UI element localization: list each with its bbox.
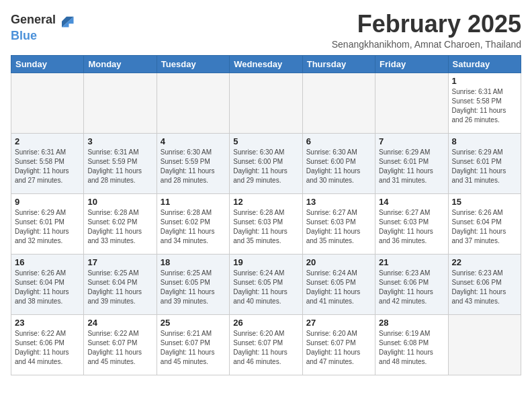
calendar-cell: 13Sunrise: 6:27 AM Sunset: 6:03 PM Dayli…: [302, 193, 375, 254]
logo-icon: [57, 11, 76, 30]
day-info: Sunrise: 6:20 AM Sunset: 6:07 PM Dayligh…: [233, 329, 298, 367]
day-number: 11: [161, 197, 226, 207]
weekday-header-friday: Friday: [375, 55, 448, 73]
calendar-cell: 18Sunrise: 6:25 AM Sunset: 6:05 PM Dayli…: [157, 254, 229, 314]
day-info: Sunrise: 6:24 AM Sunset: 6:05 PM Dayligh…: [306, 269, 371, 306]
weekday-header-thursday: Thursday: [302, 55, 375, 73]
day-number: 7: [379, 136, 444, 146]
day-info: Sunrise: 6:19 AM Sunset: 6:08 PM Dayligh…: [379, 329, 444, 367]
logo-text: General: [11, 13, 56, 27]
calendar-cell: 23Sunrise: 6:22 AM Sunset: 6:06 PM Dayli…: [11, 314, 84, 375]
day-info: Sunrise: 6:31 AM Sunset: 5:58 PM Dayligh…: [452, 87, 517, 125]
calendar-week-row: 16Sunrise: 6:26 AM Sunset: 6:04 PM Dayli…: [11, 254, 521, 314]
calendar-cell: 6Sunrise: 6:30 AM Sunset: 6:00 PM Daylig…: [302, 133, 375, 193]
day-info: Sunrise: 6:31 AM Sunset: 5:59 PM Dayligh…: [87, 148, 152, 185]
weekday-header-tuesday: Tuesday: [157, 55, 229, 73]
day-number: 8: [452, 136, 517, 146]
calendar-cell: 28Sunrise: 6:19 AM Sunset: 6:08 PM Dayli…: [375, 314, 448, 375]
day-number: 27: [306, 318, 371, 328]
calendar-cell: 2Sunrise: 6:31 AM Sunset: 5:58 PM Daylig…: [11, 133, 84, 193]
day-number: 18: [161, 257, 226, 267]
day-number: 14: [379, 197, 444, 207]
weekday-header-monday: Monday: [84, 55, 157, 73]
title-block: February 2025 Senangkhanikhom, Amnat Cha…: [332, 11, 521, 50]
weekday-header-wednesday: Wednesday: [230, 55, 302, 73]
calendar-cell: 10Sunrise: 6:28 AM Sunset: 6:02 PM Dayli…: [84, 193, 157, 254]
calendar-cell: 3Sunrise: 6:31 AM Sunset: 5:59 PM Daylig…: [84, 133, 157, 193]
day-info: Sunrise: 6:30 AM Sunset: 5:59 PM Dayligh…: [161, 148, 226, 185]
calendar-cell: 4Sunrise: 6:30 AM Sunset: 5:59 PM Daylig…: [157, 133, 229, 193]
day-number: 12: [233, 197, 298, 207]
calendar-cell: 19Sunrise: 6:24 AM Sunset: 6:05 PM Dayli…: [230, 254, 302, 314]
day-info: Sunrise: 6:26 AM Sunset: 6:04 PM Dayligh…: [452, 208, 517, 246]
day-info: Sunrise: 6:20 AM Sunset: 6:07 PM Dayligh…: [306, 329, 371, 367]
calendar-cell: 27Sunrise: 6:20 AM Sunset: 6:07 PM Dayli…: [302, 314, 375, 375]
weekday-header-saturday: Saturday: [448, 55, 521, 73]
location-subtitle: Senangkhanikhom, Amnat Charoen, Thailand: [332, 39, 521, 50]
day-info: Sunrise: 6:25 AM Sunset: 6:05 PM Dayligh…: [161, 269, 226, 306]
day-number: 3: [87, 136, 152, 146]
day-info: Sunrise: 6:30 AM Sunset: 6:00 PM Dayligh…: [306, 148, 371, 185]
day-info: Sunrise: 6:28 AM Sunset: 6:02 PM Dayligh…: [161, 208, 226, 246]
calendar-cell: 14Sunrise: 6:27 AM Sunset: 6:03 PM Dayli…: [375, 193, 448, 254]
day-number: 23: [15, 318, 80, 328]
calendar-cell: 5Sunrise: 6:30 AM Sunset: 6:00 PM Daylig…: [230, 133, 302, 193]
calendar-cell: 22Sunrise: 6:23 AM Sunset: 6:06 PM Dayli…: [448, 254, 521, 314]
day-number: 9: [15, 197, 80, 207]
day-number: 20: [306, 257, 371, 267]
logo-blue-text: Blue: [11, 30, 76, 43]
calendar-cell: 8Sunrise: 6:29 AM Sunset: 6:01 PM Daylig…: [448, 133, 521, 193]
calendar-cell: 9Sunrise: 6:29 AM Sunset: 6:01 PM Daylig…: [11, 193, 84, 254]
day-number: 15: [452, 197, 517, 207]
day-info: Sunrise: 6:29 AM Sunset: 6:01 PM Dayligh…: [379, 148, 444, 185]
day-number: 13: [306, 197, 371, 207]
day-info: Sunrise: 6:23 AM Sunset: 6:06 PM Dayligh…: [379, 269, 444, 306]
calendar-table: SundayMondayTuesdayWednesdayThursdayFrid…: [11, 55, 521, 375]
calendar-cell: 20Sunrise: 6:24 AM Sunset: 6:05 PM Dayli…: [302, 254, 375, 314]
day-info: Sunrise: 6:31 AM Sunset: 5:58 PM Dayligh…: [15, 148, 80, 185]
calendar-cell: [230, 73, 302, 133]
calendar-week-row: 2Sunrise: 6:31 AM Sunset: 5:58 PM Daylig…: [11, 133, 521, 193]
day-number: 19: [233, 257, 298, 267]
day-info: Sunrise: 6:28 AM Sunset: 6:03 PM Dayligh…: [233, 208, 298, 246]
calendar-cell: 25Sunrise: 6:21 AM Sunset: 6:07 PM Dayli…: [157, 314, 229, 375]
day-info: Sunrise: 6:25 AM Sunset: 6:04 PM Dayligh…: [87, 269, 152, 306]
calendar-cell: 16Sunrise: 6:26 AM Sunset: 6:04 PM Dayli…: [11, 254, 84, 314]
day-info: Sunrise: 6:29 AM Sunset: 6:01 PM Dayligh…: [15, 208, 80, 246]
header: General Blue February 2025 Senangkhanikh…: [11, 11, 521, 50]
calendar-week-row: 9Sunrise: 6:29 AM Sunset: 6:01 PM Daylig…: [11, 193, 521, 254]
day-number: 17: [87, 257, 152, 267]
day-number: 2: [15, 136, 80, 146]
weekday-header-sunday: Sunday: [11, 55, 84, 73]
calendar-week-row: 23Sunrise: 6:22 AM Sunset: 6:06 PM Dayli…: [11, 314, 521, 375]
calendar-week-row: 1Sunrise: 6:31 AM Sunset: 5:58 PM Daylig…: [11, 73, 521, 133]
day-number: 1: [452, 76, 517, 86]
month-title: February 2025: [332, 11, 521, 38]
day-info: Sunrise: 6:23 AM Sunset: 6:06 PM Dayligh…: [452, 269, 517, 306]
logo: General Blue: [11, 11, 76, 43]
calendar-cell: 7Sunrise: 6:29 AM Sunset: 6:01 PM Daylig…: [375, 133, 448, 193]
day-info: Sunrise: 6:29 AM Sunset: 6:01 PM Dayligh…: [452, 148, 517, 185]
calendar-cell: [84, 73, 157, 133]
calendar-cell: 15Sunrise: 6:26 AM Sunset: 6:04 PM Dayli…: [448, 193, 521, 254]
day-info: Sunrise: 6:30 AM Sunset: 6:00 PM Dayligh…: [233, 148, 298, 185]
day-number: 21: [379, 257, 444, 267]
calendar-cell: 12Sunrise: 6:28 AM Sunset: 6:03 PM Dayli…: [230, 193, 302, 254]
calendar-cell: [375, 73, 448, 133]
day-info: Sunrise: 6:22 AM Sunset: 6:07 PM Dayligh…: [87, 329, 152, 367]
day-info: Sunrise: 6:26 AM Sunset: 6:04 PM Dayligh…: [15, 269, 80, 306]
day-number: 25: [161, 318, 226, 328]
calendar-cell: [448, 314, 521, 375]
calendar-cell: [157, 73, 229, 133]
day-number: 24: [87, 318, 152, 328]
calendar-cell: 24Sunrise: 6:22 AM Sunset: 6:07 PM Dayli…: [84, 314, 157, 375]
calendar-cell: 1Sunrise: 6:31 AM Sunset: 5:58 PM Daylig…: [448, 73, 521, 133]
calendar-cell: 17Sunrise: 6:25 AM Sunset: 6:04 PM Dayli…: [84, 254, 157, 314]
day-info: Sunrise: 6:28 AM Sunset: 6:02 PM Dayligh…: [87, 208, 152, 246]
day-number: 6: [306, 136, 371, 146]
day-info: Sunrise: 6:27 AM Sunset: 6:03 PM Dayligh…: [306, 208, 371, 246]
calendar-cell: 21Sunrise: 6:23 AM Sunset: 6:06 PM Dayli…: [375, 254, 448, 314]
day-number: 4: [161, 136, 226, 146]
day-info: Sunrise: 6:21 AM Sunset: 6:07 PM Dayligh…: [161, 329, 226, 367]
day-info: Sunrise: 6:27 AM Sunset: 6:03 PM Dayligh…: [379, 208, 444, 246]
